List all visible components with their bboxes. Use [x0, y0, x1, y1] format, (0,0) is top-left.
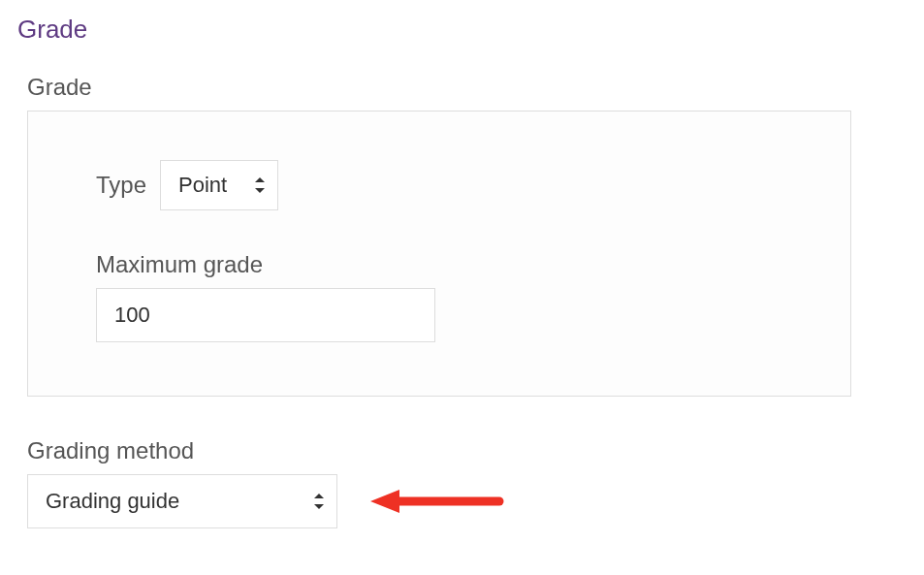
grade-label: Grade — [27, 74, 907, 101]
settings-block: Grade Type Point Maximum grade Grading m… — [27, 74, 907, 528]
section-heading: Grade — [17, 15, 907, 45]
svg-marker-1 — [370, 490, 399, 513]
grading-method-label: Grading method — [27, 437, 907, 464]
max-grade-input[interactable] — [96, 288, 435, 342]
grade-fieldset: Type Point Maximum grade — [27, 111, 851, 397]
grading-method-row: Grading guide — [27, 474, 907, 528]
arrow-annotation — [368, 482, 504, 521]
type-row: Type Point — [96, 160, 782, 210]
type-label: Type — [96, 172, 146, 199]
max-grade-group: Maximum grade — [96, 251, 782, 342]
max-grade-label: Maximum grade — [96, 251, 782, 278]
type-select[interactable]: Point — [160, 160, 278, 210]
grading-method-select[interactable]: Grading guide — [27, 474, 337, 528]
